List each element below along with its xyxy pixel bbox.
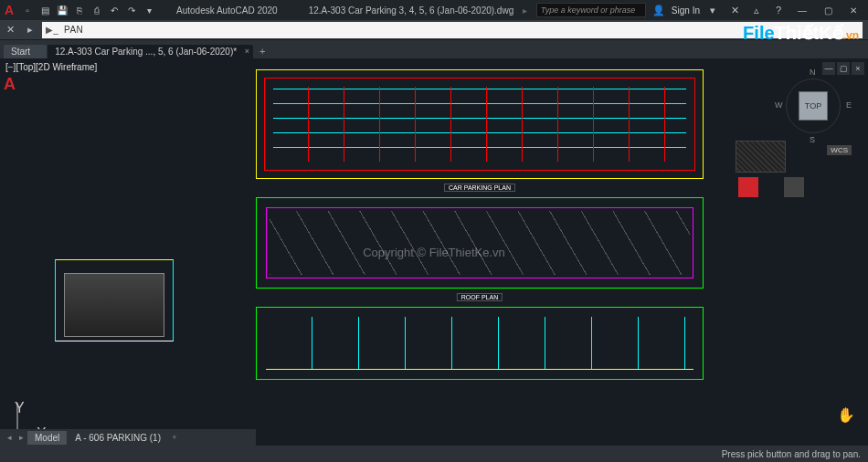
close-button[interactable]: ✕ — [842, 2, 864, 18]
tab-start[interactable]: Start — [4, 45, 47, 58]
layout-tabs: ◂ ▸ Model A - 606 PARKING (1) + — [0, 429, 256, 446]
plan-carparking: CAR PARKING PLAN — [256, 69, 704, 179]
app-menu-button[interactable]: A — [0, 1, 18, 19]
viewcube-n[interactable]: N — [810, 68, 816, 77]
cloud-icon[interactable]: ▵ — [747, 2, 766, 18]
qat-new-icon[interactable]: ▫ — [19, 2, 36, 18]
help-search-input[interactable]: Type a keyword or phrase — [536, 3, 646, 17]
layout-next-icon[interactable]: ▸ — [16, 433, 26, 442]
app-title: Autodesk AutoCAD 2020 — [176, 5, 278, 16]
qat-save-icon[interactable]: 💾 — [54, 2, 70, 18]
qat-saveas-icon[interactable]: ⎘ — [71, 2, 88, 18]
command-prompt-icon: ▶_ — [46, 24, 58, 37]
exchange-icon[interactable]: ✕ — [725, 2, 744, 18]
viewcube-s[interactable]: S — [810, 135, 815, 144]
ribbon-expand-icon[interactable]: ▸ — [22, 22, 38, 38]
minimize-button[interactable]: — — [791, 2, 813, 18]
viewcube-face[interactable]: TOP — [799, 91, 828, 121]
vp-close-icon[interactable]: × — [852, 62, 864, 75]
nav-thumbnail[interactable] — [736, 141, 786, 173]
status-message: Press pick button and drag to pan. — [722, 449, 868, 459]
signin-icon[interactable]: 👤 — [650, 2, 668, 18]
autodesk-app-icon[interactable]: ▾ — [704, 2, 722, 18]
site-watermark: FileThiếtKế.vn — [743, 22, 859, 44]
qat-redo-icon[interactable]: ↷ — [123, 2, 140, 18]
nav-tool-icon-1[interactable] — [738, 177, 758, 197]
detail-drawing — [55, 259, 174, 341]
ucs-y-label: Y — [15, 400, 25, 416]
viewcube-e[interactable]: E — [846, 100, 852, 110]
tab-start-label: Start — [11, 47, 30, 57]
viewcube-w[interactable]: W — [775, 100, 783, 110]
pan-cursor-icon: ✋ — [837, 406, 855, 424]
ribbon-close-icon[interactable]: ✕ — [2, 22, 18, 38]
layout-prev-icon[interactable]: ◂ — [4, 433, 15, 442]
tab-model[interactable]: Model — [27, 431, 67, 445]
qat-plot-icon[interactable]: ⎙ — [89, 2, 105, 18]
file-name: 12.A-303 Car Parking 3, 4, 5, 6 (Jan-06-… — [309, 5, 514, 16]
status-bar: Press pick button and drag to pan. — [0, 446, 868, 462]
wcs-label[interactable]: WCS — [827, 145, 852, 155]
tab-layout1[interactable]: A - 606 PARKING (1) — [68, 431, 168, 445]
qat-open-icon[interactable]: ▤ — [37, 2, 53, 18]
nav-tool-icon-2[interactable] — [784, 177, 804, 197]
new-tab-button[interactable]: + — [254, 44, 270, 58]
help-icon[interactable]: ? — [769, 2, 788, 18]
command-input[interactable]: ▶_ PAN — [42, 22, 863, 38]
copyright-watermark: Copyright © FileThietKe.vn — [363, 246, 505, 259]
plan-roof: ROOF PLAN — [256, 197, 704, 289]
plan-section — [256, 307, 704, 380]
command-text: PAN — [64, 25, 83, 35]
tab-close-icon[interactable]: × — [245, 47, 249, 56]
document-tabs: Start 12.A-303 Car Parking ..., 5, 6 (Ja… — [0, 40, 868, 58]
signin-label[interactable]: Sign In — [672, 5, 700, 16]
viewport-label[interactable]: [−][Top][2D Wireframe] — [5, 62, 97, 72]
maximize-button[interactable]: ▢ — [817, 2, 839, 18]
qat-dropdown-icon[interactable]: ▾ — [141, 2, 157, 18]
drawing-viewport[interactable]: [−][Top][2D Wireframe] A — ▢ × TOP N S E… — [0, 58, 868, 446]
autocad-badge-icon: A — [4, 75, 16, 94]
tab-document-1[interactable]: 12.A-303 Car Parking ..., 5, 6 (Jan-06-2… — [48, 45, 253, 58]
title-bar: A ▫ ▤ 💾 ⎘ ⎙ ↶ ↷ ▾ Autodesk AutoCAD 2020 … — [0, 0, 868, 20]
tab-doc1-label: 12.A-303 Car Parking ..., 5, 6 (Jan-06-2… — [55, 47, 237, 57]
command-bar: ✕ ▸ ▶_ PAN — [0, 20, 868, 40]
plan2-title: ROOF PLAN — [457, 293, 503, 301]
viewcube[interactable]: TOP N S E W — [777, 69, 850, 142]
plan1-title: CAR PARKING PLAN — [444, 184, 515, 192]
qat-undo-icon[interactable]: ↶ — [106, 2, 122, 18]
layout-add-icon[interactable]: + — [169, 433, 180, 442]
